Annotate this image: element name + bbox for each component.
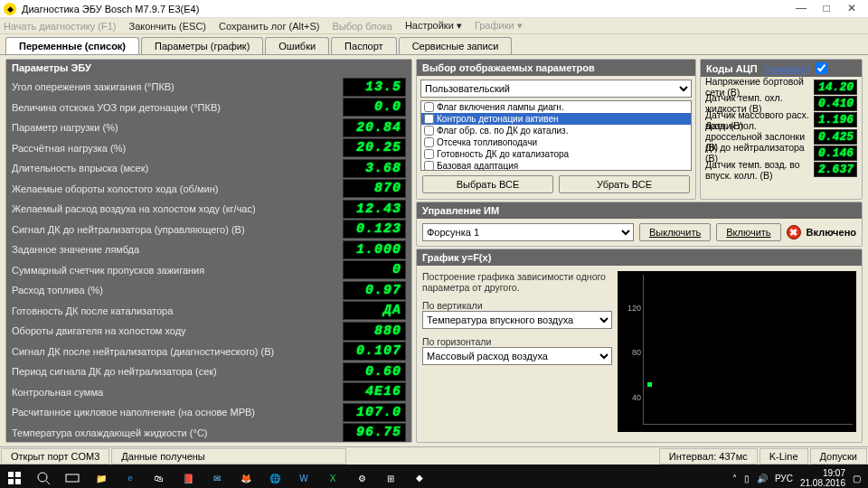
checklist-item[interactable]: Готовность ДК до катализатора bbox=[421, 148, 691, 160]
param-row[interactable]: Рассчётная нагрузка (%)20.25 bbox=[6, 138, 411, 159]
checklist-checkbox[interactable] bbox=[424, 161, 434, 171]
adc-show-link[interactable]: (показать) bbox=[763, 63, 810, 74]
tab-service[interactable]: Сервисные записи bbox=[399, 37, 513, 54]
yfx-hlabel: По горизонтали bbox=[422, 336, 612, 347]
plot-point bbox=[647, 382, 652, 387]
menu-plots[interactable]: Графики ▾ bbox=[475, 20, 523, 32]
svg-point-4 bbox=[38, 473, 47, 482]
taskbar-app[interactable]: 📁 bbox=[87, 465, 116, 488]
adc-row: Датчик темп. возд. во впуск. колл. (В)2.… bbox=[703, 161, 860, 177]
checklist-checkbox[interactable] bbox=[424, 137, 434, 147]
unselect-all-button[interactable]: Убрать ВСЕ bbox=[559, 175, 690, 193]
checklist-item[interactable]: Отсечка топливоподачи bbox=[421, 136, 691, 148]
param-row[interactable]: Желаемые обороты холостого хода (об/мин)… bbox=[6, 179, 411, 200]
menu-blocksel[interactable]: Выбор блока bbox=[332, 21, 392, 32]
tray-lang[interactable]: РУС bbox=[775, 474, 793, 483]
im-device-select[interactable]: Форсунка 1 bbox=[422, 223, 634, 241]
search-icon[interactable] bbox=[29, 465, 58, 488]
param-row[interactable]: Сигнал ДК до нейтрализатора (управляющег… bbox=[6, 220, 411, 240]
checklist-item[interactable]: Флаг включения лампы диагн. bbox=[421, 101, 691, 113]
im-on-button[interactable]: Включить bbox=[716, 223, 780, 241]
taskbar-app[interactable]: 🦊 bbox=[231, 465, 260, 488]
tab-variables[interactable]: Переменные (список) bbox=[5, 37, 139, 54]
menu-start[interactable]: Начать диагностику (F1) bbox=[4, 21, 116, 32]
taskbar-app[interactable]: X bbox=[318, 465, 347, 488]
tray-volume-icon[interactable]: 🔊 bbox=[757, 474, 768, 483]
yfx-vertical-select[interactable]: Температура впускного воздуха bbox=[422, 311, 612, 329]
taskbar-app[interactable]: W bbox=[289, 465, 318, 488]
checklist-checkbox[interactable] bbox=[424, 102, 434, 112]
status-tolerance: Допуски bbox=[810, 448, 867, 465]
checklist-item[interactable]: Флаг обр. св. по ДК до катализ. bbox=[421, 125, 691, 136]
adc-show-checkbox[interactable] bbox=[816, 62, 827, 74]
menu-settings[interactable]: Настройки ▾ bbox=[405, 20, 462, 32]
menu-bar: Начать диагностику (F1) Закончить (ESC) … bbox=[0, 18, 868, 34]
menu-stop[interactable]: Закончить (ESC) bbox=[128, 21, 206, 32]
yfx-plot: 120 80 40 bbox=[618, 271, 856, 432]
param-row[interactable]: Расчитанное цикловое наполнение (на осно… bbox=[6, 402, 411, 423]
param-row[interactable]: Угол опережения зажигания (°ПКВ)13.5 bbox=[6, 77, 411, 98]
checklist-item[interactable]: Базовая адаптация bbox=[421, 160, 691, 171]
system-tray: ˄ ▯ 🔊 РУС 19:07 21.08.2016 ▢ bbox=[732, 468, 868, 488]
param-row[interactable]: Обороты двигателя на холостом ходу880 bbox=[6, 321, 411, 342]
select-all-button[interactable]: Выбрать ВСЕ bbox=[422, 175, 553, 193]
taskbar-app[interactable]: ✉ bbox=[203, 465, 231, 488]
checklist-checkbox[interactable] bbox=[424, 149, 434, 159]
taskbar-app[interactable]: 📕 bbox=[174, 465, 203, 488]
app-icon: ◆ bbox=[4, 3, 16, 15]
selector-mode-dropdown[interactable]: Пользовательский bbox=[420, 80, 692, 98]
param-label: Желаемые обороты холостого хода (об/мин) bbox=[12, 183, 343, 194]
close-button[interactable]: ✕ bbox=[839, 1, 864, 17]
menu-savelog[interactable]: Сохранить лог (Alt+S) bbox=[219, 21, 319, 32]
param-row[interactable]: Расход топлива (%)0.97 bbox=[6, 280, 411, 301]
param-row[interactable]: Величина отскока УОЗ при детонации (°ПКВ… bbox=[6, 98, 411, 118]
param-row[interactable]: Период сигнала ДК до нейтрализатора (сек… bbox=[6, 361, 411, 382]
param-row[interactable]: Температура охлаждающей жидкости (°C)96.… bbox=[6, 423, 411, 443]
checklist-item[interactable]: Контроль детонации активен bbox=[421, 113, 691, 125]
yfx-horizontal-select[interactable]: Массовый расход воздуха bbox=[422, 347, 612, 365]
ecu-params-list[interactable]: Угол опережения зажигания (°ПКВ)13.5Вели… bbox=[6, 76, 411, 442]
im-off-button[interactable]: Выключить bbox=[639, 223, 711, 241]
yfx-controls: Построение графика зависимости одного па… bbox=[422, 271, 612, 432]
param-row[interactable]: Сигнал ДК после нейтрализатора (диагност… bbox=[6, 342, 411, 362]
taskbar-app[interactable]: ⊞ bbox=[376, 465, 405, 488]
param-checklist[interactable]: Флаг включения лампы диагн.Контроль дето… bbox=[420, 100, 692, 171]
adc-label: Датчик темп. возд. во впуск. колл. (В) bbox=[705, 159, 814, 181]
taskbar-app[interactable]: 🛍 bbox=[145, 465, 174, 488]
tab-errors[interactable]: Ошибки bbox=[265, 37, 329, 54]
tab-passport[interactable]: Паспорт bbox=[331, 37, 397, 54]
taskview-icon[interactable] bbox=[58, 465, 87, 488]
svg-rect-1 bbox=[15, 472, 21, 477]
param-row[interactable]: Параметр нагрузки (%)20.84 bbox=[6, 117, 411, 138]
taskbar-app[interactable]: ｅ bbox=[116, 465, 145, 488]
tab-params-graph[interactable]: Параметры (график) bbox=[141, 37, 263, 54]
param-value: 13.5 bbox=[343, 78, 406, 97]
param-row[interactable]: Готовность ДК после катализатораДА bbox=[6, 301, 411, 322]
start-button[interactable] bbox=[0, 465, 29, 488]
taskbar-app[interactable]: 🌐 bbox=[260, 465, 289, 488]
param-label: Готовность ДК после катализатора bbox=[12, 305, 343, 316]
tray-notifications-icon[interactable]: ▢ bbox=[853, 474, 861, 483]
checklist-checkbox[interactable] bbox=[424, 126, 434, 136]
tray-network-icon[interactable]: ▯ bbox=[744, 474, 750, 483]
param-label: Суммарный счетчик пропусков зажигания bbox=[12, 265, 343, 276]
taskbar-app-active[interactable]: ◆ bbox=[405, 465, 434, 488]
top-right-row: Выбор отображаемых параметров Пользовате… bbox=[416, 59, 863, 200]
param-label: Период сигнала ДК до нейтрализатора (сек… bbox=[12, 366, 343, 377]
tray-chevron-icon[interactable]: ˄ bbox=[732, 474, 737, 483]
checklist-checkbox[interactable] bbox=[424, 114, 434, 124]
tray-clock[interactable]: 19:07 21.08.2016 bbox=[800, 468, 845, 488]
param-value: 4E16 bbox=[343, 382, 406, 401]
minimize-button[interactable]: — bbox=[788, 1, 814, 17]
maximize-button[interactable]: □ bbox=[814, 1, 839, 17]
param-value: 0.97 bbox=[343, 281, 406, 300]
param-row[interactable]: Длительность впрыска (мсек)3.68 bbox=[6, 158, 411, 179]
param-row[interactable]: Контрольная сумма4E16 bbox=[6, 382, 411, 403]
right-column: Выбор отображаемых параметров Пользовате… bbox=[416, 59, 863, 443]
param-row[interactable]: Заданное значение лямбда1.000 bbox=[6, 239, 411, 260]
param-value: 96.75 bbox=[343, 423, 406, 442]
param-row[interactable]: Желаемый расход воздуха на холостом ходу… bbox=[6, 199, 411, 220]
taskbar-app[interactable]: ⚙ bbox=[347, 465, 376, 488]
main-tabs: Переменные (список) Параметры (график) О… bbox=[0, 34, 868, 54]
param-row[interactable]: Суммарный счетчик пропусков зажигания0 bbox=[6, 260, 411, 281]
